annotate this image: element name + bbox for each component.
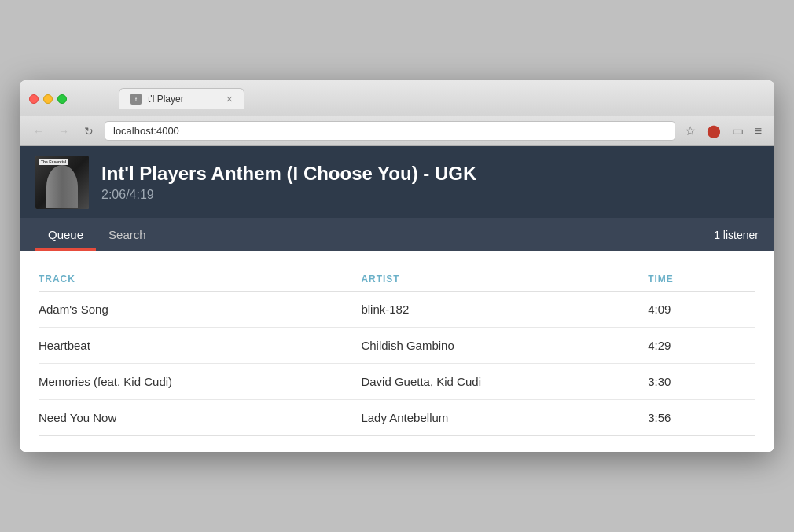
table-row[interactable]: HeartbeatChildish Gambino4:29 bbox=[39, 328, 755, 364]
menu-icon[interactable]: ≡ bbox=[752, 123, 765, 140]
column-header-artist: ARTIST bbox=[361, 267, 648, 292]
tab-favicon: t bbox=[130, 94, 142, 105]
stop-icon[interactable]: ⬤ bbox=[704, 122, 724, 140]
track-artist: Lady Antebellum bbox=[361, 400, 648, 436]
tab-close-button[interactable]: × bbox=[226, 93, 233, 105]
column-header-time: TIME bbox=[648, 267, 755, 292]
album-art-image: The Essential bbox=[35, 156, 89, 209]
track-name: Adam's Song bbox=[39, 292, 361, 328]
browser-titlebar: t t'l Player × bbox=[20, 80, 774, 116]
maximize-window-button[interactable] bbox=[57, 94, 67, 104]
cast-icon[interactable]: ▭ bbox=[729, 122, 747, 140]
tab-queue[interactable]: Queue bbox=[35, 218, 96, 251]
minimize-window-button[interactable] bbox=[43, 94, 53, 104]
track-name: Need You Now bbox=[39, 400, 361, 436]
track-artist: Childish Gambino bbox=[361, 328, 648, 364]
album-art-label: The Essential bbox=[39, 159, 68, 165]
track-name: Heartbeat bbox=[39, 328, 361, 364]
tab-search[interactable]: Search bbox=[96, 218, 159, 251]
track-name: Memories (feat. Kid Cudi) bbox=[39, 364, 361, 400]
forward-button[interactable]: → bbox=[54, 122, 73, 141]
tab-bar: t t'l Player × bbox=[119, 88, 244, 109]
address-bar[interactable]: localhost:4000 bbox=[105, 121, 675, 141]
queue-table-header: TRACK ARTIST TIME bbox=[39, 267, 755, 292]
url-text: localhost:4000 bbox=[113, 125, 179, 137]
table-row[interactable]: Need You NowLady Antebellum3:56 bbox=[39, 400, 755, 436]
listener-count: 1 listener bbox=[714, 229, 759, 241]
table-row[interactable]: Memories (feat. Kid Cudi)David Guetta, K… bbox=[39, 364, 755, 400]
queue-table: TRACK ARTIST TIME Adam's Songblink-1824:… bbox=[39, 267, 755, 436]
track-time: 2:06/4:19 bbox=[101, 188, 476, 202]
table-row[interactable]: Adam's Songblink-1824:09 bbox=[39, 292, 755, 328]
track-info: Int'l Players Anthem (I Choose You) - UG… bbox=[101, 163, 476, 202]
album-art: The Essential bbox=[35, 156, 89, 209]
bookmark-icon[interactable]: ☆ bbox=[682, 122, 699, 140]
now-playing-bar: The Essential Int'l Players Anthem (I Ch… bbox=[20, 146, 774, 218]
track-duration: 3:30 bbox=[648, 364, 755, 400]
tab-title: t'l Player bbox=[148, 94, 184, 105]
app-content: The Essential Int'l Players Anthem (I Ch… bbox=[20, 146, 774, 452]
nav-tabs: Queue Search 1 listener bbox=[20, 218, 774, 251]
track-duration: 4:29 bbox=[648, 328, 755, 364]
track-duration: 4:09 bbox=[648, 292, 755, 328]
close-window-button[interactable] bbox=[29, 94, 39, 104]
queue-section: TRACK ARTIST TIME Adam's Songblink-1824:… bbox=[20, 251, 774, 452]
track-artist: blink-182 bbox=[361, 292, 648, 328]
track-title: Int'l Players Anthem (I Choose You) - UG… bbox=[101, 163, 476, 185]
refresh-button[interactable]: ↻ bbox=[79, 122, 98, 141]
toolbar-icons: ☆ ⬤ ▭ ≡ bbox=[682, 122, 765, 140]
queue-table-body: Adam's Songblink-1824:09HeartbeatChildis… bbox=[39, 292, 755, 436]
browser-toolbar: ← → ↻ localhost:4000 ☆ ⬤ ▭ ≡ bbox=[20, 116, 774, 146]
browser-controls: t t'l Player × bbox=[29, 88, 765, 109]
browser-tab[interactable]: t t'l Player × bbox=[119, 88, 244, 109]
track-artist: David Guetta, Kid Cudi bbox=[361, 364, 648, 400]
back-button[interactable]: ← bbox=[29, 122, 48, 141]
track-duration: 3:56 bbox=[648, 400, 755, 436]
browser-window: t t'l Player × ← → ↻ localhost:4000 ☆ ⬤ … bbox=[20, 80, 774, 452]
album-art-silhouette bbox=[46, 165, 78, 208]
column-header-track: TRACK bbox=[39, 267, 361, 292]
